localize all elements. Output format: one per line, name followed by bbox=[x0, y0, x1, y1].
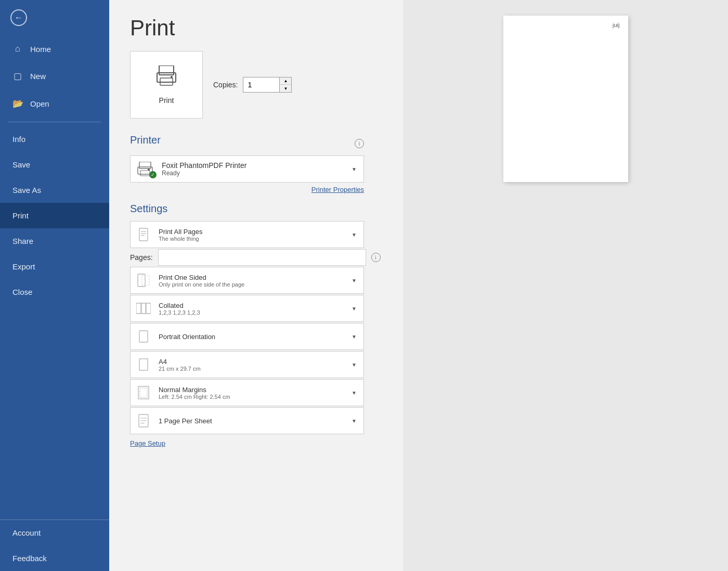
sidebar-item-open[interactable]: 📂 Open bbox=[0, 90, 109, 118]
page-setup-link[interactable]: Page Setup bbox=[130, 439, 165, 447]
settings-section: Settings Print All Pages The whole thing… bbox=[130, 203, 382, 448]
main-content: Print Print Copies: 1 bbox=[109, 0, 403, 571]
svg-rect-18 bbox=[139, 359, 148, 370]
paper-size-sub: 21 cm x 29.7 cm bbox=[159, 366, 343, 372]
print-button[interactable]: Print bbox=[130, 51, 203, 119]
sidebar-item-print[interactable]: Print bbox=[0, 203, 109, 228]
copies-spin-buttons: ▲ ▼ bbox=[280, 77, 291, 92]
svg-rect-12 bbox=[138, 274, 145, 287]
copies-area: Copies: 1 ▲ ▼ bbox=[213, 77, 292, 93]
collate-sub: 1,2,3 1,2,3 1,2,3 bbox=[159, 309, 343, 316]
orientation-arrow[interactable]: ▼ bbox=[345, 323, 363, 349]
printer-status: Ready bbox=[162, 170, 343, 177]
print-button-label: Print bbox=[159, 96, 174, 105]
printer-icon bbox=[155, 66, 178, 91]
printer-icon-area: ✓ bbox=[131, 157, 160, 181]
sidebar-item-new[interactable]: ▢ New bbox=[0, 62, 109, 90]
pages-input[interactable] bbox=[158, 249, 366, 266]
back-arrow-icon: ← bbox=[10, 9, 27, 26]
open-folder-icon: 📂 bbox=[12, 98, 23, 109]
printer-dropdown[interactable]: ✓ Foxit PhantomPDF Printer Ready ▼ bbox=[130, 155, 364, 183]
sidebar-item-export-label: Export bbox=[12, 262, 35, 271]
setting-margins[interactable]: Normal Margins Left: 2.54 cm Right: 2.54… bbox=[130, 379, 364, 406]
sidebar-item-save-as[interactable]: Save As bbox=[0, 177, 109, 203]
svg-rect-0 bbox=[159, 66, 174, 75]
sidebar-item-info[interactable]: Info bbox=[0, 126, 109, 152]
orientation-text: Portrait Orientation bbox=[157, 329, 345, 344]
svg-rect-20 bbox=[140, 388, 147, 397]
setting-pages-per-sheet[interactable]: 1 Page Per Sheet ▼ bbox=[130, 407, 364, 434]
sidebar-item-export[interactable]: Export bbox=[0, 254, 109, 279]
sidebar-item-share[interactable]: Share bbox=[0, 228, 109, 254]
sidebar-item-print-label: Print bbox=[12, 211, 29, 220]
print-range-icon bbox=[131, 222, 157, 248]
sidebar-divider-1 bbox=[8, 122, 101, 122]
copies-spinner: 1 ▲ ▼ bbox=[243, 77, 292, 93]
duplex-text: Print One Sided Only print on one side o… bbox=[157, 270, 345, 291]
preview-page: juij bbox=[503, 16, 628, 182]
pages-per-sheet-main: 1 Page Per Sheet bbox=[159, 417, 343, 425]
sidebar-item-home[interactable]: ⌂ Home bbox=[0, 35, 109, 62]
printer-name: Foxit PhantomPDF Printer bbox=[162, 161, 343, 170]
svg-rect-8 bbox=[139, 228, 148, 241]
setting-collate[interactable]: Collated 1,2,3 1,2,3 1,2,3 ▼ bbox=[130, 295, 364, 322]
setting-orientation[interactable]: Portrait Orientation ▼ bbox=[130, 323, 364, 350]
orientation-main: Portrait Orientation bbox=[159, 333, 343, 341]
new-icon: ▢ bbox=[12, 71, 23, 82]
svg-point-3 bbox=[171, 76, 173, 78]
sidebar-item-save[interactable]: Save bbox=[0, 152, 109, 177]
duplex-arrow[interactable]: ▼ bbox=[345, 267, 363, 293]
copies-input[interactable]: 1 bbox=[243, 77, 280, 92]
svg-rect-17 bbox=[139, 331, 148, 342]
sidebar-item-close[interactable]: Close bbox=[0, 279, 109, 305]
sidebar-item-feedback[interactable]: Feedback bbox=[0, 546, 109, 571]
sidebar-item-account[interactable]: Account bbox=[0, 520, 109, 546]
setting-duplex[interactable]: Print One Sided Only print on one side o… bbox=[130, 267, 364, 294]
paper-size-main: A4 bbox=[159, 358, 343, 366]
printer-ready-badge: ✓ bbox=[149, 171, 157, 178]
svg-rect-6 bbox=[140, 171, 150, 176]
margins-arrow[interactable]: ▼ bbox=[345, 380, 363, 406]
paper-size-icon bbox=[131, 352, 157, 378]
pages-label: Pages: bbox=[130, 253, 153, 262]
printer-details: Foxit PhantomPDF Printer Ready bbox=[160, 157, 345, 181]
sidebar-item-new-label: New bbox=[30, 72, 46, 81]
print-range-sub: The whole thing bbox=[159, 236, 343, 242]
home-icon: ⌂ bbox=[12, 44, 23, 54]
setting-print-range[interactable]: Print All Pages The whole thing ▼ bbox=[130, 221, 364, 248]
setting-paper-size[interactable]: A4 21 cm x 29.7 cm ▼ bbox=[130, 351, 364, 378]
margins-text: Normal Margins Left: 2.54 cm Right: 2.54… bbox=[157, 382, 345, 404]
sidebar-item-account-label: Account bbox=[12, 528, 41, 537]
printer-section-title: Printer bbox=[130, 134, 161, 146]
sidebar-item-share-label: Share bbox=[12, 237, 33, 245]
copies-label: Copies: bbox=[213, 81, 238, 89]
pages-info-icon[interactable]: i bbox=[371, 253, 381, 262]
settings-section-title: Settings bbox=[130, 203, 382, 215]
pages-per-sheet-arrow[interactable]: ▼ bbox=[345, 408, 363, 434]
back-button[interactable]: ← bbox=[0, 0, 109, 35]
copies-increment[interactable]: ▲ bbox=[280, 77, 291, 85]
copies-decrement[interactable]: ▼ bbox=[280, 85, 291, 92]
svg-rect-13 bbox=[142, 275, 149, 286]
paper-size-arrow[interactable]: ▼ bbox=[345, 352, 363, 378]
print-preview: juij bbox=[403, 0, 728, 571]
sidebar-item-close-label: Close bbox=[12, 288, 32, 296]
orientation-icon bbox=[131, 323, 157, 349]
print-action-area: Print Copies: 1 ▲ ▼ bbox=[130, 51, 382, 119]
printer-dropdown-arrow[interactable]: ▼ bbox=[345, 156, 363, 182]
printer-properties-link[interactable]: Printer Properties bbox=[130, 186, 364, 193]
printer-section: Printer i ✓ Foxit PhantomPDF Printer Rea… bbox=[130, 134, 382, 193]
collate-arrow[interactable]: ▼ bbox=[345, 295, 363, 321]
svg-point-7 bbox=[148, 168, 150, 171]
collate-main: Collated bbox=[159, 302, 343, 309]
printer-info-icon[interactable]: i bbox=[355, 139, 364, 148]
sidebar-item-save-as-label: Save As bbox=[12, 186, 41, 194]
sidebar-item-open-label: Open bbox=[30, 99, 49, 108]
duplex-sub: Only print on one side of the page bbox=[159, 281, 343, 288]
preview-content-text: juij bbox=[613, 22, 619, 28]
paper-size-text: A4 21 cm x 29.7 cm bbox=[157, 354, 345, 375]
print-range-main: Print All Pages bbox=[159, 228, 343, 236]
print-range-arrow[interactable]: ▼ bbox=[345, 222, 363, 248]
sidebar-bottom: Account Feedback bbox=[0, 520, 109, 571]
margins-main: Normal Margins bbox=[159, 386, 343, 394]
